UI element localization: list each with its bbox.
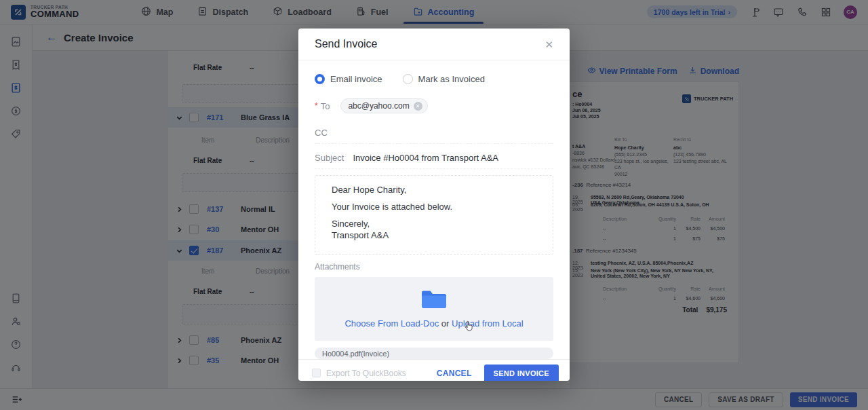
app-root: TRUCKER PATH COMMAND Map Dispatch Loadbo… — [0, 0, 868, 410]
upload-from-local-link[interactable]: Upload from Local — [452, 318, 524, 329]
send-invoice-modal: Send Invoice ✕ Email invoice Mark as Inv… — [298, 29, 570, 381]
subject-label: Subject — [315, 153, 344, 163]
upload-links: Choose From Load-Doc or Upload from Loca… — [344, 318, 523, 329]
hand-cursor-icon — [464, 320, 473, 334]
subject-value: Invoice #Ho0004 from Transport A&A — [353, 153, 498, 163]
attachments-label: Attachments — [315, 262, 553, 272]
modal-send-invoice-button[interactable]: SEND INVOICE — [484, 365, 559, 381]
radio-label: Mark as Invoiced — [418, 74, 485, 84]
folder-icon — [420, 289, 448, 312]
body-line: Your Invoice is attached below. — [332, 202, 536, 212]
recipient-email: abc@yahoo.com — [348, 101, 409, 111]
email-body-editor[interactable]: Dear Hope Charity, Your Invoice is attac… — [315, 175, 553, 255]
body-line: Dear Hope Charity, — [332, 185, 536, 195]
radio-label: Email invoice — [330, 74, 382, 84]
radio-selected-icon — [315, 74, 325, 84]
choose-from-load-doc-link[interactable]: Choose From Load-Doc — [344, 318, 439, 329]
remove-recipient-icon[interactable]: ✕ — [414, 102, 422, 111]
mark-as-invoiced-radio[interactable]: Mark as Invoiced — [403, 74, 485, 84]
attachment-file-pill: Ho0004.pdf(Invoice) — [315, 348, 553, 359]
modal-header: Send Invoice ✕ — [298, 29, 570, 60]
invoice-mode-radios: Email invoice Mark as Invoiced — [315, 74, 553, 84]
modal-footer: Export To QuickBooks CANCEL SEND INVOICE — [298, 359, 570, 381]
to-label: To — [321, 101, 330, 111]
email-invoice-radio[interactable]: Email invoice — [315, 74, 382, 84]
required-asterisk: * — [315, 101, 318, 111]
subject-field-row[interactable]: Subject Invoice #Ho0004 from Transport A… — [315, 153, 553, 169]
modal-title: Send Invoice — [315, 38, 378, 50]
recipient-email-chip[interactable]: abc@yahoo.com ✕ — [340, 98, 427, 113]
modal-cancel-button[interactable]: CANCEL — [437, 369, 472, 378]
body-line: Transport A&A — [332, 230, 536, 240]
export-quickbooks-label: Export To QuickBooks — [326, 369, 406, 378]
export-quickbooks-checkbox[interactable] — [312, 369, 321, 377]
body-line: Sincerely, — [332, 219, 536, 229]
cc-field-row[interactable]: CC — [315, 126, 553, 144]
attachment-file-name: Ho0004.pdf(Invoice) — [322, 350, 389, 358]
attachment-dropzone[interactable]: Choose From Load-Doc or Upload from Loca… — [315, 277, 553, 341]
modal-body: Email invoice Mark as Invoiced * To abc@… — [298, 60, 570, 359]
radio-unselected-icon — [403, 74, 413, 84]
cc-label: CC — [315, 128, 328, 138]
to-field-row: * To abc@yahoo.com ✕ — [315, 98, 553, 113]
close-icon[interactable]: ✕ — [545, 39, 553, 50]
or-text: or — [439, 318, 452, 329]
